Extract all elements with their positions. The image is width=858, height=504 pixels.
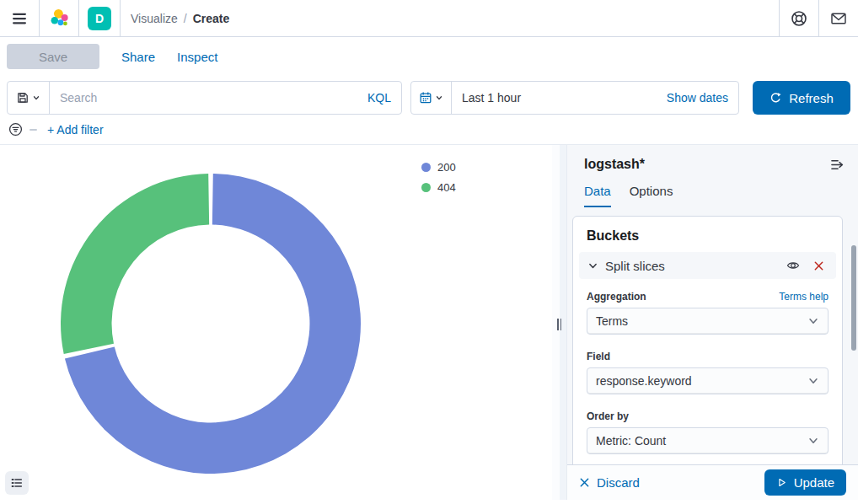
buckets-heading: Buckets [573,228,842,244]
saved-query-menu-button[interactable] [8,82,50,114]
index-pattern-title: logstash* [584,157,645,172]
update-label: Update [794,475,834,490]
menu-button[interactable] [0,0,39,36]
legend-label: 404 [437,181,456,194]
config-tabs: Data Options [584,184,845,207]
breadcrumb-create: Create [193,12,230,25]
visualize-toolbar: Save Share Inspect [0,37,858,76]
config-panel-header: logstash* Data Options [567,145,858,207]
chevron-down-icon [807,435,819,447]
panel-scrollbar[interactable] [851,245,856,351]
remove-icon [813,260,824,271]
show-dates-button[interactable]: Show dates [657,91,738,105]
chevron-down-icon [32,94,40,102]
date-quick-menu-button[interactable] [411,82,452,114]
search-input[interactable] [50,91,357,105]
share-button[interactable]: Share [121,50,155,64]
config-panel: logstash* Data Options Buckets [566,145,858,500]
legend-label: 200 [437,161,456,174]
field-label: Field [587,351,610,362]
order-by-label: Order by [587,410,629,422]
aggregation-select[interactable]: Terms [587,308,829,335]
query-bar: KQL Last 1 hour Show dates Refresh [7,81,850,115]
discard-button[interactable]: Discard [579,475,640,490]
field-value: response.keyword [596,374,807,388]
filter-dash [29,129,37,131]
breadcrumb-separator: / [184,12,187,25]
tab-data[interactable]: Data [584,184,611,207]
eye-icon [786,259,800,272]
legend-toggle-icon [10,476,24,490]
date-picker: Last 1 hour Show dates [410,81,739,115]
add-filter-button[interactable]: + Add filter [47,123,104,137]
chevron-down-icon [807,315,819,327]
refresh-label: Refresh [789,91,834,105]
legend-item-404[interactable]: 404 [421,177,456,197]
legend-item-200[interactable]: 200 [421,157,456,177]
collapse-panel-button[interactable] [830,158,845,172]
update-button[interactable]: Update [764,469,846,496]
newsfeed-button[interactable] [819,0,858,36]
discard-label: Discard [597,475,640,490]
chart-panel: 200 404 [0,145,552,500]
filter-bar: + Add filter [0,115,858,145]
space-badge[interactable]: D [88,7,111,30]
menu-icon [11,10,28,27]
filter-circle-icon[interactable] [8,122,23,137]
buckets-card: Buckets Split slices [572,216,843,464]
main-content: 200 404 logstash* [0,145,858,500]
legend-toggle-button[interactable] [5,471,29,495]
aggregation-value: Terms [596,314,807,328]
order-by-value: Metric: Count [596,434,807,448]
refresh-icon [770,92,782,105]
time-range-value[interactable]: Last 1 hour [452,91,657,105]
toggle-visibility-button[interactable] [784,256,802,275]
order-by-select[interactable]: Metric: Count [587,427,829,454]
remove-bucket-button[interactable] [809,256,828,275]
divider [78,0,79,36]
field-select[interactable]: response.keyword [587,367,829,394]
legend-swatch [421,183,431,192]
elastic-home-button[interactable] [40,0,78,36]
discard-icon [579,477,590,488]
elastic-logo [48,8,70,29]
mail-icon [830,10,847,27]
help-icon [791,10,807,27]
chevron-down-icon[interactable] [587,260,598,271]
resizer-grip-icon [557,319,561,330]
breadcrumb: Visualize / Create [131,12,229,25]
bucket-fields: Aggregation Terms help Terms Field [573,279,842,454]
split-slices-accordion: Split slices [579,252,836,279]
tab-options[interactable]: Options [630,184,673,207]
inspect-button[interactable]: Inspect [177,50,217,64]
field-group: Field response.keyword [587,351,829,394]
order-by-group: Order by Metric: Count [587,410,829,454]
legend-swatch [421,163,431,172]
donut-chart [0,145,552,500]
saved-query-icon [16,91,29,105]
help-button[interactable] [780,0,818,36]
aggregation-label: Aggregation [587,291,646,303]
query-language-switcher[interactable]: KQL [357,91,401,105]
collapse-panel-icon [830,158,845,172]
breadcrumb-visualize[interactable]: Visualize [131,12,178,25]
chart-legend: 200 404 [421,157,456,197]
chevron-down-icon [435,94,443,102]
split-slices-label[interactable]: Split slices [605,259,777,273]
config-panel-footer: Discard Update [567,464,858,500]
config-panel-body: Buckets Split slices [567,207,858,464]
aggregation-group: Aggregation Terms help Terms [587,291,829,335]
save-button[interactable]: Save [7,44,99,69]
top-nav: D Visualize / Create [0,0,858,37]
play-icon [776,477,787,488]
terms-help-link[interactable]: Terms help [779,291,829,303]
panel-resizer-handle[interactable] [552,145,566,500]
search-bar: KQL [7,81,402,115]
chevron-down-icon [807,375,819,387]
donut-slice-404[interactable] [61,174,209,354]
divider [120,0,121,36]
calendar-icon [419,91,432,105]
refresh-button[interactable]: Refresh [753,81,850,115]
